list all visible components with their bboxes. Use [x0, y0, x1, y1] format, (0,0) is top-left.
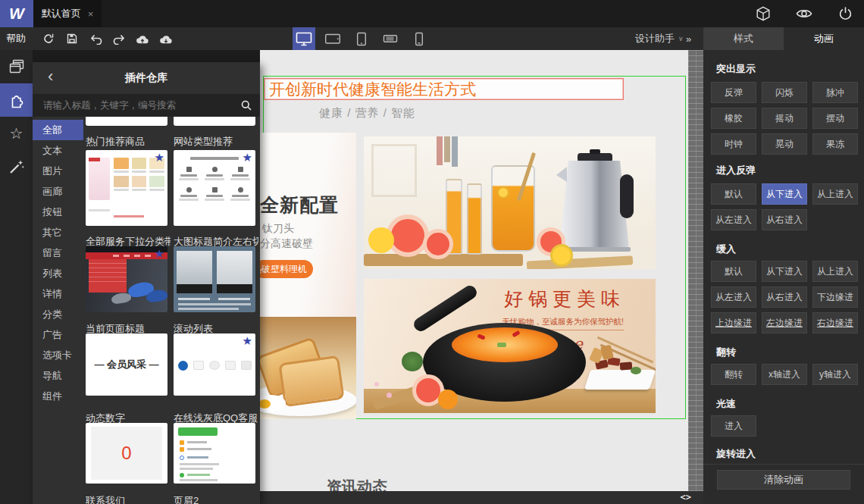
clear-animation-button[interactable]: 清除动画 [717, 470, 850, 490]
collapse-panel-button[interactable]: » [686, 27, 691, 50]
anim-button-active[interactable]: 从下进入 [762, 183, 807, 205]
eye-icon[interactable] [796, 5, 812, 22]
refresh-icon[interactable] [42, 32, 55, 45]
category-item[interactable]: 图片 [33, 161, 83, 181]
anim-button[interactable]: 从左进入 [711, 209, 756, 230]
anim-button[interactable]: 右边缘进 [812, 312, 858, 333]
category-item[interactable]: 组件 [33, 386, 83, 406]
selected-text-element[interactable]: 开创新时代健康智能生活方式 [264, 78, 624, 100]
search-icon[interactable] [240, 99, 252, 111]
anim-button[interactable]: y轴进入 [812, 364, 858, 385]
category-item[interactable]: 留言 [33, 243, 83, 263]
close-icon[interactable]: × [88, 8, 94, 20]
design-canvas[interactable]: 开创新时代健康智能生活方式 健康 / 营养 / 智能 全新配置 钛刀头 分高速破… [260, 50, 688, 491]
wand-icon[interactable] [0, 150, 33, 183]
bounce-in-buttons: 默认 从下进入 从上进入 从左进入 从右进入 [711, 183, 864, 230]
plugin-card-scroll-list[interactable]: ★ [174, 333, 255, 396]
anim-button[interactable]: 从右进入 [762, 286, 807, 308]
anim-button[interactable]: 橡胶 [711, 108, 756, 129]
category-item[interactable]: 其它 [33, 222, 83, 243]
category-item[interactable]: 广告 [33, 324, 83, 345]
plugin-search-input[interactable] [33, 94, 231, 117]
tab-animation[interactable]: 动画 [784, 27, 864, 50]
category-item[interactable]: 全部 [33, 120, 83, 140]
anim-button[interactable]: 从右进入 [762, 209, 807, 230]
undo-icon[interactable] [89, 32, 102, 45]
anim-button[interactable]: 进入 [711, 415, 756, 437]
file-actions [42, 27, 173, 50]
category-item[interactable]: 详情 [33, 283, 83, 304]
cloud-download-icon[interactable] [159, 32, 173, 45]
anim-button[interactable]: 从左进入 [711, 286, 756, 308]
help-menu[interactable]: 帮助 [6, 27, 26, 50]
plugin-item-label: 网站类型推荐 [174, 135, 258, 149]
banner-left[interactable]: 全新配置 钛刀头 分高速破壁 热破壁料理机 [260, 133, 356, 317]
anim-button[interactable]: 时钟 [711, 133, 756, 155]
plugin-icon[interactable] [0, 83, 33, 117]
pages-icon[interactable] [0, 50, 33, 83]
star-icon[interactable]: ★ [243, 334, 252, 348]
plugin-card-image-switch[interactable] [174, 246, 255, 312]
package-icon[interactable] [755, 5, 772, 22]
desktop-icon[interactable] [293, 27, 315, 50]
page-subtitle[interactable]: 健康 / 营养 / 智能 [319, 106, 415, 121]
category-item[interactable]: 选项卡 [33, 345, 83, 365]
tab-style[interactable]: 样式 [703, 27, 784, 50]
favorites-icon[interactable]: ☆ [0, 117, 33, 150]
plugin-card-qq-service[interactable] [174, 423, 255, 484]
plugin-card-hot-products[interactable]: ★ [86, 150, 167, 226]
plugin-card-site-types[interactable]: ★ [174, 150, 255, 226]
anim-button[interactable]: 果冻 [812, 133, 858, 155]
anim-button[interactable]: 摆动 [812, 108, 858, 129]
anim-button[interactable]: 反弹 [711, 82, 756, 103]
star-icon[interactable]: ★ [155, 247, 164, 261]
wok-headline: 好锅更美味 [504, 286, 625, 311]
anim-button[interactable]: 上边缘进 [711, 312, 756, 333]
redo-icon[interactable] [112, 32, 126, 45]
anim-button[interactable]: 闪烁 [762, 82, 807, 103]
vertical-ruler[interactable] [688, 50, 703, 491]
anim-button[interactable]: 下边缘进 [812, 286, 858, 308]
category-item[interactable]: 导航 [33, 365, 83, 386]
tablet-landscape-icon[interactable] [321, 27, 344, 50]
anim-button[interactable]: 从下进入 [762, 261, 807, 282]
plugin-card-partial[interactable] [174, 117, 255, 126]
design-assistant-menu[interactable]: 设计助手 ∨ [635, 27, 684, 50]
anim-button[interactable]: 摇动 [762, 108, 807, 129]
star-icon[interactable]: ★ [243, 151, 252, 164]
star-icon[interactable]: ★ [155, 151, 164, 164]
phone-portrait-icon[interactable] [408, 27, 430, 50]
anim-button[interactable]: 脉冲 [812, 82, 858, 103]
news-section-heading[interactable]: 资讯动态 [327, 477, 387, 491]
category-item[interactable]: 按钮 [33, 202, 83, 222]
anim-button[interactable]: 翻转 [711, 364, 756, 385]
plugin-search-bar [33, 94, 260, 117]
panel-divider [703, 464, 864, 465]
save-icon[interactable] [65, 32, 79, 45]
section-heading: 缓入 [716, 243, 736, 256]
page-tab[interactable]: 默认首页 × [33, 0, 102, 27]
lightspeed-buttons: 进入 [711, 415, 864, 437]
plugin-card-page-title[interactable]: — 会员风采 — [86, 333, 167, 396]
anim-button[interactable]: 左边缘进 [762, 312, 807, 333]
category-item[interactable]: 画廊 [33, 181, 83, 202]
toast-photo [260, 317, 356, 419]
anim-button[interactable]: 默认 [711, 261, 756, 282]
anim-button[interactable]: 晃动 [762, 133, 807, 155]
anim-button[interactable]: 默认 [711, 183, 756, 205]
anim-button[interactable]: 从上进入 [812, 183, 858, 205]
app-logo[interactable]: W [0, 0, 33, 27]
anim-button[interactable]: 从上进入 [812, 261, 858, 282]
tablet-portrait-icon[interactable] [350, 27, 373, 50]
plugin-card-services-dropdown[interactable]: ★ [86, 246, 167, 312]
code-view-icon[interactable]: <> [681, 492, 691, 502]
plugin-card-dynamic-number[interactable]: 0 [86, 423, 167, 484]
anim-button[interactable]: x轴进入 [762, 364, 807, 385]
cloud-upload-icon[interactable] [136, 32, 149, 45]
category-item[interactable]: 文本 [33, 140, 83, 161]
plugin-card-partial[interactable] [86, 117, 167, 126]
power-icon[interactable] [837, 5, 853, 22]
category-item[interactable]: 分类 [33, 304, 83, 324]
category-item[interactable]: 列表 [33, 263, 83, 283]
phone-landscape-icon[interactable] [379, 27, 402, 50]
